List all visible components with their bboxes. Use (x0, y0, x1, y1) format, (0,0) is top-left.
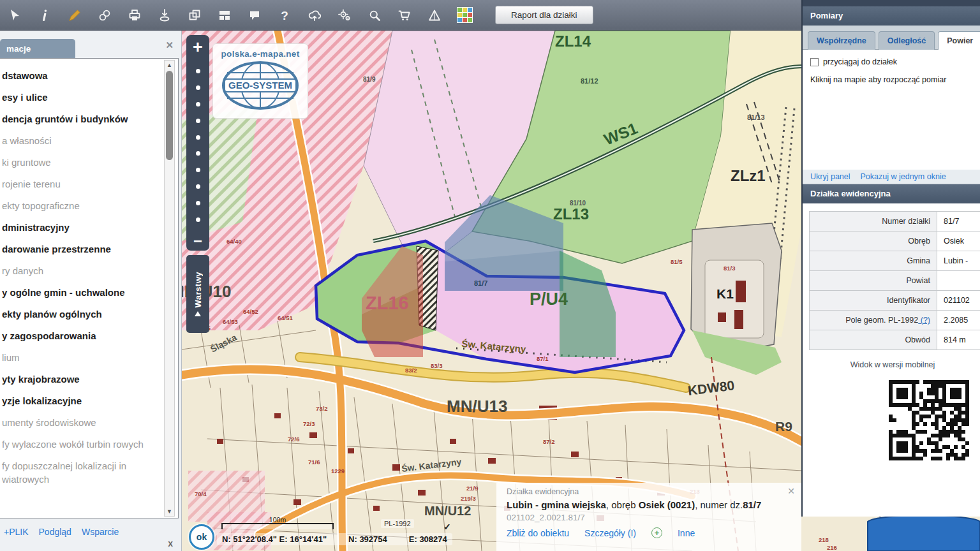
scroll-up-icon[interactable]: ▲ (165, 62, 174, 68)
zoom-control[interactable]: + − (186, 35, 209, 251)
sidebar-layer-item[interactable]: ki gruntowe (2, 156, 161, 169)
sidebar-layer-item[interactable]: y zagospodarowania (2, 329, 161, 342)
popup-action-link[interactable]: Szczegóły (I) (584, 528, 636, 538)
blue-area-br (868, 515, 980, 551)
sidebar-scrollbar[interactable]: ▲ ▼ (164, 60, 175, 517)
parcel-attribute-row: Powiat (810, 271, 980, 291)
measure-tab-2[interactable]: Odległość (879, 31, 935, 50)
layers-panel-tab[interactable]: Warstwy (186, 255, 209, 333)
right-panel-column: Pomiary WspółrzędneOdległośćPowier przyc… (801, 0, 980, 517)
sidebar-tab-informacje[interactable]: macje (0, 39, 75, 58)
sidebar-layer-item[interactable]: yty krajobrazowe (2, 372, 161, 386)
print-icon[interactable] (126, 7, 143, 24)
sidebar-layer-item[interactable]: ekty topograficzne (2, 199, 161, 212)
measure-panel-body: przyciągaj do działek Kliknij na mapie a… (803, 50, 980, 170)
crs-label[interactable]: PL-1992 (381, 519, 414, 528)
sidebar-bottom-close[interactable]: x (168, 538, 173, 548)
copy-icon[interactable] (186, 7, 203, 24)
popup-title: Działka ewidencyjna (507, 487, 791, 496)
panel-links-row: Ukryj panel Pokazuj w jednym oknie (803, 170, 980, 184)
parcel-attributes-table: Numer działki81/7ObrębOsiekGminaLubin -P… (809, 211, 980, 350)
measure-panel-header: Pomiary (803, 6, 980, 26)
popup-close-icon[interactable]: ✕ (787, 486, 795, 496)
parcel-attribute-row: GminaLubin - (810, 251, 980, 271)
sidebar-layer-item[interactable]: ry danych (2, 264, 161, 277)
svg-text:?: ? (281, 8, 288, 22)
snap-checkbox-label: przyciągaj do działek (823, 57, 897, 66)
zoom-out-button[interactable]: − (193, 234, 202, 248)
measure-tabs: WspółrzędneOdległośćPowier (803, 26, 980, 50)
sidebar-footer-link[interactable]: +PLIK (4, 527, 29, 537)
scale-label: 100m (223, 516, 332, 524)
marker-download-icon[interactable] (156, 7, 173, 24)
parcel-attribute-row: Pole geom. PL-1992 (?)2.2085 (810, 311, 980, 330)
coords-geo: N: 51°22'08.4" E: 16°14'41" (222, 534, 327, 544)
zoom-in-button[interactable]: + (193, 38, 203, 57)
settings-icon[interactable] (336, 7, 353, 24)
ok-button[interactable]: ok (189, 524, 214, 550)
legend-icon[interactable] (456, 7, 473, 24)
report-for-parcel-button[interactable]: Raport dla działki (495, 6, 593, 24)
parcel-panel-header: Działka ewidencyjna (803, 184, 980, 203)
identify-popup: Działka ewidencyjna ✕ Lubin - gmina wiej… (496, 483, 801, 551)
measure-hint: Kliknij na mapie aby rozpocząć pomiar (810, 75, 972, 84)
scrollbar-thumb[interactable] (166, 71, 173, 160)
parcel-attribute-row: Identyfikator021102 (810, 291, 980, 311)
map-watermark-logo: polska.e-mapa.net GEO-SYSTEM (212, 43, 308, 119)
sidebar-layer-item[interactable]: a własności (2, 134, 161, 147)
measure-icon[interactable] (66, 7, 83, 24)
zoom-slider[interactable] (186, 57, 209, 234)
parcel-panel-body: Numer działki81/7ObrębOsiekGminaLubin -P… (803, 203, 980, 462)
crs-check-icon: ✓ (443, 522, 451, 532)
main-toolbar: ?Raport dla działki (0, 0, 801, 31)
link-icon[interactable] (96, 7, 113, 24)
sidebar-layer-item[interactable]: lium (2, 351, 161, 364)
sidebar-footer-link[interactable]: Podgląd (39, 527, 71, 537)
popup-actions: Zbliż do obiektuSzczegóły (I)+Inne (507, 527, 791, 538)
scroll-down-icon[interactable]: ▼ (165, 508, 174, 515)
qr-code (887, 378, 971, 462)
sidebar-layer-item[interactable]: y ogólne gmin - uchwalone (2, 286, 161, 299)
measure-tab-1[interactable]: Współrzędne (808, 31, 875, 50)
prism-icon[interactable] (426, 7, 443, 24)
help-link[interactable]: (?) (918, 316, 930, 325)
cart-icon[interactable] (396, 7, 413, 24)
sidebar-layer-item[interactable]: umenty środowiskowe (2, 416, 161, 429)
layers-tab-label: Warstwy (193, 272, 203, 307)
sidebar-layer-item[interactable]: yzje lokalizacyjne (2, 394, 161, 408)
sidebar-layer-item[interactable]: dministracyjny (2, 221, 161, 234)
hide-panel-link[interactable]: Ukryj panel (810, 172, 850, 181)
parcel-attribute-row: Obwód814 m (810, 330, 980, 350)
parcel-attribute-row: Numer działki81/7 (810, 212, 980, 231)
sidebar-layer-item[interactable]: fy wylaczone wokół turbin rowych (2, 437, 161, 451)
right-panel-topstrip (803, 0, 980, 6)
cursor-icon[interactable] (6, 7, 23, 24)
cloud-upload-icon[interactable] (306, 7, 323, 24)
popup-parcel-description: Lubin - gmina wiejska, obręb Osiek (0021… (507, 499, 791, 510)
single-window-link[interactable]: Pokazuj w jednym oknie (861, 172, 946, 181)
zoom-to-plus-icon[interactable]: + (651, 527, 662, 538)
layers-tab-arrow-icon (195, 311, 201, 316)
mobile-version-link[interactable]: Widok w wersji mobilnej (809, 360, 976, 369)
sidebar-layer-item[interactable]: dstawowa (2, 69, 161, 82)
measure-tab-3[interactable]: Powier (938, 31, 980, 50)
info-icon[interactable] (36, 7, 53, 24)
sidebar-footer-links: +PLIKPodglądWsparcie (4, 527, 119, 537)
geo-system-globe-icon: GEO-SYSTEM (219, 59, 301, 112)
sidebar-layer-item[interactable]: esy i ulice (2, 91, 161, 104)
sidebar-layer-item[interactable]: ekty planów ogólnych (2, 307, 161, 321)
layout-icon[interactable] (216, 7, 233, 24)
popup-action-link[interactable]: Zbliż do obiektu (507, 528, 569, 538)
popup-action-link[interactable]: Inne (678, 528, 695, 538)
help-icon[interactable]: ? (276, 7, 293, 24)
sidebar-layer-item[interactable]: darowanie przestrzenne (2, 242, 161, 256)
search-icon[interactable] (366, 7, 383, 24)
sidebar-layer-item[interactable]: fy dopuszczalnej lokalizacji in wiatrowy… (2, 459, 161, 486)
sidebar-footer-link[interactable]: Wsparcie (82, 527, 119, 537)
sidebar-layer-item[interactable]: rojenie terenu (2, 177, 161, 191)
comment-icon[interactable] (246, 7, 263, 24)
sidebar-close-icon[interactable]: ✕ (165, 40, 174, 51)
coordinates-readout: N: 51°22'08.4" E: 16°14'41" N: 392754 E:… (217, 533, 452, 545)
snap-checkbox[interactable] (810, 58, 819, 66)
sidebar-layer-item[interactable]: dencja gruntów i budynków (2, 112, 161, 126)
